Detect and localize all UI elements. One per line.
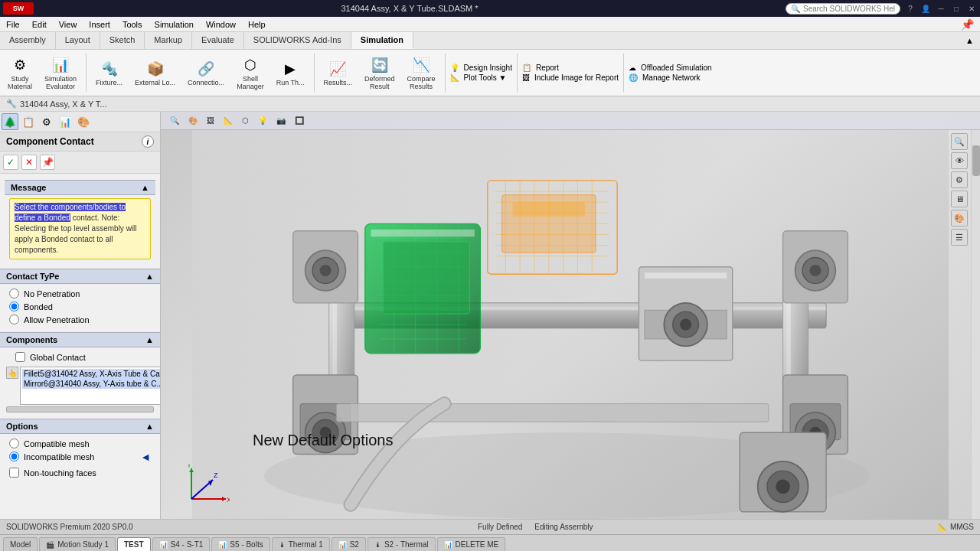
ribbon-btn-connection[interactable]: 🔗 Connectio... (183, 57, 229, 89)
tab-motion-study-1[interactable]: 🎬 Motion Study 1 (39, 537, 116, 551)
pin-action-btn[interactable]: 📌 (40, 155, 55, 170)
radio-bonded[interactable]: Bonded (9, 300, 151, 313)
minimize-btn[interactable]: ─ (936, 3, 946, 14)
radio-incompatible-mesh[interactable]: Incompatible mesh (9, 450, 139, 463)
vp-section-btn[interactable]: 📐 (220, 116, 236, 126)
deformed-label: DeformedResult (364, 76, 395, 91)
vp-icon-view[interactable]: 👁 (951, 152, 968, 169)
ribbon-design-insight[interactable]: 💡 Design Insight (450, 64, 512, 72)
breadcrumb-icon: 🔧 (6, 99, 17, 109)
tab-layout[interactable]: Layout (56, 32, 100, 49)
close-btn[interactable]: ✕ (966, 3, 977, 14)
vp-mesh-btn[interactable]: ⬡ (239, 116, 252, 126)
scroll-thumb[interactable] (972, 145, 980, 176)
ribbon-btn-compare[interactable]: 📉 CompareResults (403, 53, 440, 93)
offloaded-icon: ☁ (629, 64, 636, 72)
ribbon-btn-material[interactable]: ⚙ StudyMaterial (3, 53, 37, 93)
tab-thermal-1[interactable]: 🌡 Thermal 1 (272, 537, 330, 551)
report-label: Report (536, 64, 559, 72)
menu-view[interactable]: View (53, 17, 83, 31)
menu-tools[interactable]: Tools (116, 17, 149, 31)
menu-simulation[interactable]: Simulation (149, 17, 200, 31)
vp-icon-settings[interactable]: ⚙ (951, 171, 968, 188)
shell-label: ShellManager (237, 76, 264, 91)
component-scroll-handle[interactable] (6, 406, 154, 412)
vp-camera-btn[interactable]: 📷 (273, 116, 289, 126)
ribbon-btn-evaluator[interactable]: 📊 SimulationEvaluator (40, 53, 81, 93)
menu-edit[interactable]: Edit (26, 17, 53, 31)
menu-insert[interactable]: Insert (83, 17, 116, 31)
confirm-action-btn[interactable]: ✓ (3, 155, 18, 170)
viewport-scrollbar[interactable] (971, 130, 980, 533)
options-header[interactable]: Options ▲ (0, 419, 160, 434)
radio-no-penetration[interactable]: No Penetration (9, 287, 151, 300)
status-center-group: Fully Defined Editing Assembly (478, 523, 593, 531)
ribbon-include-image[interactable]: 🖼 Include Image for Report (522, 73, 619, 82)
tab-addins[interactable]: SOLIDWORKS Add-Ins (244, 32, 351, 49)
vp-icon-display[interactable]: 🖥 (951, 191, 968, 207)
ribbon-plot-tools[interactable]: 📐 Plot Tools ▼ (450, 73, 512, 82)
contact-type-header[interactable]: Contact TyPe ▲ (0, 269, 160, 284)
menu-help[interactable]: Help (242, 17, 272, 31)
panel-tool-feature-tree[interactable]: 🌲 (2, 113, 18, 130)
vp-view-btn[interactable]: 🖼 (204, 116, 217, 126)
non-touching-faces-checkbox[interactable]: Non-touching faces (0, 466, 160, 479)
ribbon-btn-external-load[interactable]: 📦 External Lo... (130, 57, 180, 89)
panel-tool-appearance[interactable]: 🎨 (75, 113, 92, 130)
help-btn[interactable]: ? (905, 3, 916, 14)
maximize-btn[interactable]: □ (951, 3, 962, 14)
search-box[interactable]: 🔍 (786, 3, 900, 15)
global-contact-checkbox[interactable]: Global Contact (6, 350, 154, 364)
run-icon: ▶ (279, 58, 301, 80)
menu-file[interactable]: File (0, 17, 26, 31)
ribbon-report[interactable]: 📋 Report (522, 64, 619, 72)
user-icon[interactable]: 👤 (920, 3, 931, 14)
tab-s4-s-t1[interactable]: 📊 S4 - S-T1 (152, 537, 211, 551)
tab-s2[interactable]: 📊 S2 (332, 537, 366, 551)
tab-model[interactable]: Model (3, 537, 38, 551)
component-list-box[interactable]: Fillet5@314042 Assy, X-Axis Tube & Ca...… (20, 367, 160, 405)
vp-icon-search[interactable]: 🔍 (951, 133, 968, 150)
menu-window[interactable]: Window (200, 17, 242, 31)
ribbon-btn-results[interactable]: 📈 Results... (319, 57, 358, 89)
tab-model-label: Model (10, 540, 31, 549)
tab-evaluate[interactable]: Evaluate (192, 32, 244, 49)
ribbon-btn-shell[interactable]: ⬡ ShellManager (232, 53, 269, 93)
ribbon-btn-fixture[interactable]: 🔩 Fixture... (91, 57, 127, 89)
vp-icon-render[interactable]: 🎨 (951, 210, 968, 227)
ribbon-manage-network[interactable]: 🌐 Manage Network (629, 73, 712, 82)
tab-s2-thermal[interactable]: 🌡 S2 - Thermal (368, 537, 436, 551)
ribbon-btn-run[interactable]: ▶ Run Th... (272, 57, 309, 89)
tab-s5-bolts[interactable]: 📊 S5 - Bolts (211, 537, 270, 551)
panel-tool-config[interactable]: ⚙ (38, 113, 55, 130)
vp-light-btn[interactable]: 💡 (255, 116, 270, 126)
vp-color-btn[interactable]: 🎨 (185, 116, 201, 126)
options-collapse-icon: ▲ (145, 422, 154, 431)
tab-markup[interactable]: Markup (145, 32, 192, 49)
message-section-header[interactable]: Message ▲ (5, 180, 155, 195)
tab-test[interactable]: TEST (117, 537, 151, 551)
material-label: StudyMaterial (8, 76, 32, 91)
expand-icon[interactable]: ▲ (965, 36, 974, 45)
tab-delete-me[interactable]: 📊 DELETE ME (437, 537, 506, 551)
panel-tool-simulation[interactable]: 📊 (57, 113, 74, 130)
tab-simulation[interactable]: Simulation (351, 32, 413, 49)
ribbon-offloaded[interactable]: ☁ Offloaded Simulation (629, 64, 712, 72)
search-input[interactable] (803, 5, 895, 13)
pin-icon[interactable]: 📌 (961, 18, 980, 31)
component-contact-title: Component Contact (6, 136, 94, 147)
ribbon-btn-deformed[interactable]: 🔄 DeformedResult (360, 53, 400, 93)
radio-compatible-mesh[interactable]: Compatible mesh (9, 437, 151, 450)
tab-assembly[interactable]: Assembly (0, 32, 56, 49)
panel-tool-properties[interactable]: 📋 (20, 113, 37, 130)
components-header[interactable]: Components ▲ (0, 332, 160, 347)
vp-orient-btn[interactable]: 🔍 (167, 116, 182, 126)
vp-hide-btn[interactable]: 🔲 (292, 116, 307, 126)
radio-allow-penetration[interactable]: Allow Penetration (9, 313, 151, 326)
info-button[interactable]: i (142, 135, 154, 148)
cancel-action-btn[interactable]: ✕ (21, 155, 37, 170)
status-right: Editing Assembly (534, 523, 593, 531)
tab-sketch[interactable]: Sketch (100, 32, 145, 49)
component-select-icon[interactable]: 👆 (6, 367, 18, 379)
vp-icon-menu[interactable]: ☰ (951, 229, 968, 246)
